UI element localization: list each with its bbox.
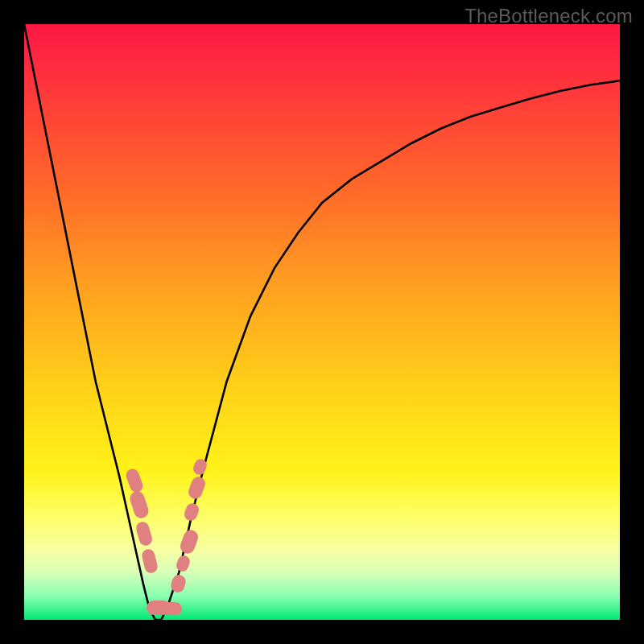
watermark-text: TheBottleneck.com bbox=[464, 5, 633, 27]
bottleneck-curve bbox=[24, 24, 620, 620]
data-bead bbox=[160, 601, 182, 616]
chart-frame: TheBottleneck.com bbox=[0, 0, 644, 644]
curve-path bbox=[24, 24, 620, 620]
plot-area bbox=[24, 24, 620, 620]
